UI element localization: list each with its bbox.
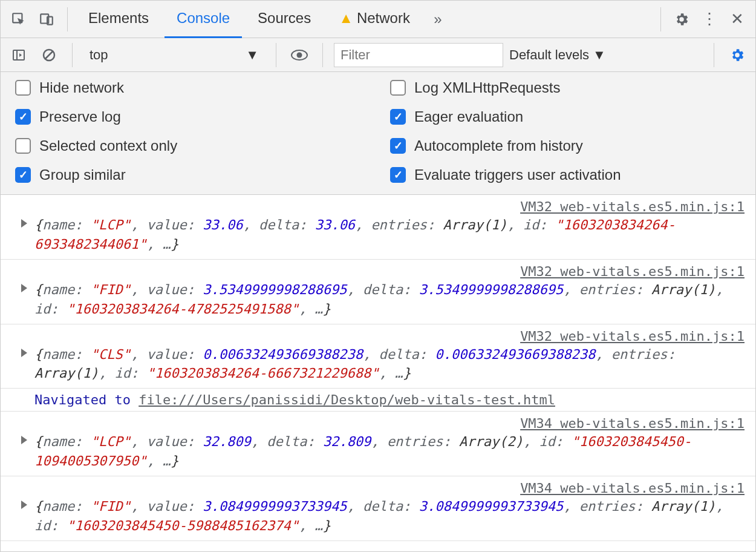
log-levels-selector[interactable]: Default levels ▼	[509, 47, 606, 63]
main-tab-bar: Elements Console Sources ▲ Network » ⋮ ✕	[1, 1, 755, 38]
device-toggle-icon[interactable]	[34, 7, 59, 31]
close-icon[interactable]: ✕	[725, 7, 749, 31]
divider	[72, 43, 73, 67]
filter-input[interactable]	[334, 43, 503, 67]
checkbox-icon	[390, 109, 406, 125]
tab-elements[interactable]: Elements	[76, 1, 161, 38]
checkbox-label: Group similar	[39, 166, 126, 183]
expand-triangle-icon[interactable]	[21, 284, 27, 292]
console-message[interactable]: VM34 web-vitals.es5.min.js:1{name: "LCP"…	[1, 412, 755, 476]
levels-label: Default levels	[509, 47, 589, 63]
checkbox-icon	[15, 138, 31, 154]
checkbox-selected-context[interactable]: Selected context only	[15, 137, 366, 154]
warning-icon: ▲	[339, 10, 353, 27]
checkbox-icon	[15, 109, 31, 125]
checkbox-label: Evaluate triggers user activation	[414, 166, 621, 183]
console-settings-panel: Hide network Log XMLHttpRequests Preserv…	[1, 72, 755, 195]
svg-line-6	[45, 51, 53, 59]
tab-network-label: Network	[357, 10, 410, 27]
devtools-panel: Elements Console Sources ▲ Network » ⋮ ✕…	[0, 0, 756, 552]
expand-triangle-icon[interactable]	[21, 219, 27, 228]
live-expression-icon[interactable]	[287, 43, 311, 67]
console-settings-gear-icon[interactable]	[725, 43, 749, 67]
divider	[276, 43, 276, 67]
nav-prefix: Navigated to	[34, 392, 138, 407]
chevron-down-icon: ▼	[593, 47, 606, 63]
checkbox-label: Selected context only	[39, 137, 177, 154]
nav-url-link[interactable]: file:///Users/panissidi/Desktop/web-vita…	[138, 392, 555, 407]
console-message[interactable]: VM32 web-vitals.es5.min.js:1{name: "CLS"…	[1, 324, 755, 389]
divider	[714, 43, 714, 67]
checkbox-group-similar[interactable]: Group similar	[15, 166, 366, 183]
context-selector[interactable]: top ▼	[83, 43, 265, 67]
checkbox-icon	[15, 80, 31, 96]
source-link[interactable]: VM32 web-vitals.es5.min.js:1	[520, 262, 745, 281]
expand-triangle-icon[interactable]	[21, 436, 27, 444]
inspect-icon[interactable]	[7, 7, 31, 31]
checkbox-icon	[390, 80, 406, 96]
checkbox-label: Hide network	[39, 79, 124, 96]
navigation-message: Navigated to file:///Users/panissidi/Des…	[1, 389, 755, 412]
console-message[interactable]: VM32 web-vitals.es5.min.js:1{name: "LCP"…	[1, 195, 755, 260]
tab-console[interactable]: Console	[165, 1, 242, 38]
divider	[660, 7, 661, 31]
checkbox-label: Eager evaluation	[414, 108, 523, 125]
tab-sources[interactable]: Sources	[246, 1, 323, 38]
more-tabs-icon[interactable]: »	[426, 7, 450, 31]
checkbox-log-xhr[interactable]: Log XMLHttpRequests	[390, 79, 741, 96]
source-link[interactable]: VM34 web-vitals.es5.min.js:1	[520, 479, 745, 498]
kebab-menu-icon[interactable]: ⋮	[697, 7, 722, 31]
expand-triangle-icon[interactable]	[21, 501, 27, 509]
checkbox-label: Log XMLHttpRequests	[414, 79, 560, 96]
source-link[interactable]: VM32 web-vitals.es5.min.js:1	[520, 327, 745, 346]
divider	[67, 7, 68, 31]
expand-triangle-icon[interactable]	[21, 349, 27, 357]
checkbox-icon	[15, 167, 31, 183]
context-value: top	[90, 47, 108, 63]
checkbox-label: Autocomplete from history	[414, 137, 583, 154]
tab-network[interactable]: ▲ Network	[327, 1, 422, 38]
checkbox-label: Preserve log	[39, 108, 121, 125]
checkbox-eager-evaluation[interactable]: Eager evaluation	[390, 108, 741, 125]
checkbox-preserve-log[interactable]: Preserve log	[15, 108, 366, 125]
chevron-down-icon: ▼	[246, 47, 259, 63]
checkbox-icon	[390, 138, 406, 154]
sidebar-toggle-icon[interactable]	[7, 43, 31, 67]
clear-console-icon[interactable]	[37, 43, 61, 67]
checkbox-eval-user-activation[interactable]: Evaluate triggers user activation	[390, 166, 741, 183]
console-output[interactable]: VM32 web-vitals.es5.min.js:1{name: "LCP"…	[1, 195, 755, 551]
svg-point-8	[297, 52, 302, 58]
settings-gear-icon[interactable]	[670, 7, 694, 31]
source-link[interactable]: VM34 web-vitals.es5.min.js:1	[520, 414, 745, 433]
source-link[interactable]: VM32 web-vitals.es5.min.js:1	[520, 197, 745, 217]
console-message[interactable]: VM34 web-vitals.es5.min.js:1{name: "FID"…	[1, 476, 755, 541]
divider	[322, 43, 323, 67]
checkbox-autocomplete[interactable]: Autocomplete from history	[390, 137, 741, 154]
checkbox-icon	[390, 167, 406, 183]
console-message[interactable]: VM32 web-vitals.es5.min.js:1{name: "FID"…	[1, 260, 755, 324]
svg-rect-3	[13, 50, 24, 60]
checkbox-hide-network[interactable]: Hide network	[15, 79, 366, 96]
console-toolbar: top ▼ Default levels ▼	[1, 38, 755, 72]
